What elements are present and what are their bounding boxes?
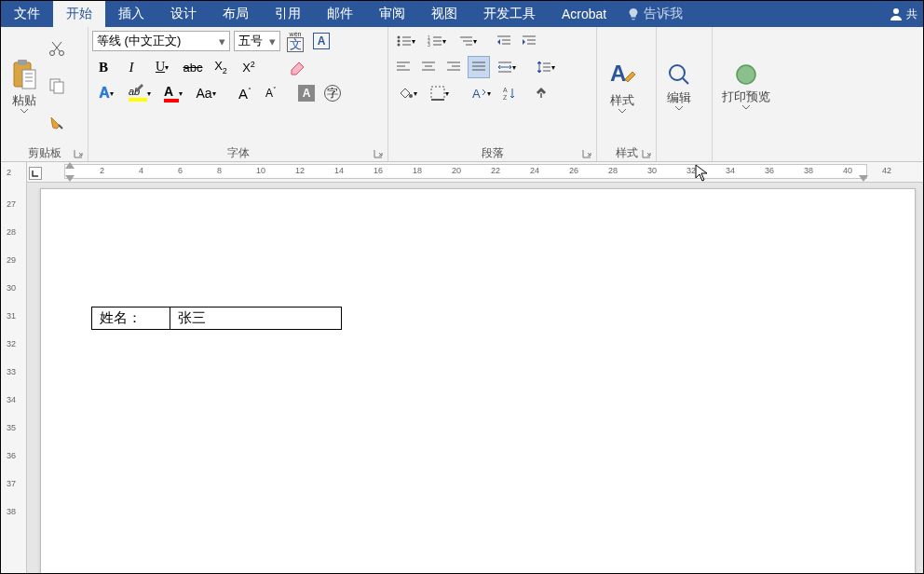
distributed-icon: [497, 61, 512, 74]
tab-insert[interactable]: 插入: [105, 1, 157, 27]
font-launcher[interactable]: [372, 147, 385, 160]
tab-review[interactable]: 审阅: [366, 1, 418, 27]
table-row[interactable]: 姓名： 张三: [92, 308, 342, 330]
numbering-button[interactable]: 123▾: [423, 30, 451, 52]
italic-button[interactable]: I: [120, 56, 143, 78]
vruler-tick: 27: [7, 199, 16, 209]
clear-formatting-button[interactable]: [286, 56, 308, 78]
group-editing: 编辑: [657, 27, 713, 161]
hruler-tick: 10: [256, 166, 265, 175]
clipboard-launcher[interactable]: [72, 147, 85, 160]
tab-home[interactable]: 开始: [53, 1, 105, 27]
font-color-button[interactable]: A▾: [159, 82, 187, 104]
multilevel-list-button[interactable]: ▾: [454, 30, 482, 52]
increase-indent-button[interactable]: [518, 30, 540, 52]
bold-button[interactable]: B: [92, 56, 115, 78]
tab-selector[interactable]: [29, 167, 42, 180]
document-table[interactable]: 姓名： 张三: [91, 307, 342, 330]
tab-acrobat[interactable]: Acrobat: [549, 1, 619, 27]
hruler-tick: 36: [765, 166, 774, 175]
cut-button[interactable]: [46, 37, 68, 60]
font-name-combo[interactable]: 等线 (中文正文)▾: [92, 31, 230, 51]
hruler-tick: 20: [452, 166, 461, 175]
asian-layout-button[interactable]: A▾: [466, 82, 496, 104]
person-icon: [889, 7, 904, 21]
distributed-button[interactable]: ▾: [493, 56, 521, 78]
superscript-button[interactable]: X2: [238, 56, 260, 78]
first-line-indent-marker[interactable]: [65, 162, 75, 169]
hruler-tick: 18: [413, 166, 422, 175]
paste-button[interactable]: 粘贴: [5, 30, 44, 142]
eraser-icon: [288, 59, 306, 75]
hruler-tick: 22: [491, 166, 500, 175]
bullets-icon: [397, 34, 412, 48]
styles-launcher[interactable]: [640, 147, 653, 160]
vertical-ruler[interactable]: 2 27 28 29 30 31 32 33 34 35 36 37 38: [1, 162, 27, 574]
shrink-font-button[interactable]: A˅: [260, 82, 282, 104]
editing-button[interactable]: 编辑: [660, 30, 698, 142]
justify-button[interactable]: [468, 56, 490, 78]
group-label-font: 字体: [227, 145, 250, 161]
hruler-tick: 40: [843, 166, 852, 175]
group-print-preview: 打印预览: [713, 27, 787, 161]
align-left-button[interactable]: [392, 56, 414, 78]
svg-point-8: [60, 51, 64, 56]
svg-point-51: [409, 94, 413, 98]
underline-button[interactable]: U▾: [148, 56, 176, 78]
tab-design[interactable]: 设计: [157, 1, 210, 27]
svg-text:A: A: [472, 87, 481, 101]
table-cell-value[interactable]: 张三: [170, 308, 342, 330]
chevron-down-icon: [618, 109, 626, 114]
hruler-tick: 12: [295, 166, 305, 175]
launcher-icon: [642, 149, 651, 158]
tab-developer[interactable]: 开发工具: [470, 1, 549, 27]
share-button[interactable]: 共: [883, 1, 923, 27]
line-spacing-button[interactable]: ▾: [532, 56, 560, 78]
subscript-button[interactable]: X2: [210, 56, 232, 78]
format-painter-button[interactable]: [46, 112, 68, 134]
table-cell-label[interactable]: 姓名：: [92, 308, 170, 330]
hanging-indent-marker[interactable]: [65, 175, 75, 182]
sort-button[interactable]: AZ: [498, 82, 521, 104]
tab-references[interactable]: 引用: [262, 1, 314, 27]
decrease-indent-button[interactable]: [493, 30, 515, 52]
tell-me-search[interactable]: 告诉我: [619, 1, 690, 27]
print-preview-button[interactable]: 打印预览: [716, 30, 776, 142]
text-effects-button[interactable]: A▾: [92, 82, 120, 104]
strikethrough-button[interactable]: abc: [182, 56, 204, 78]
svg-text:A: A: [503, 87, 508, 93]
right-indent-marker[interactable]: [859, 175, 868, 182]
phonetic-guide-button[interactable]: wén文: [282, 30, 308, 52]
tab-view[interactable]: 视图: [418, 1, 470, 27]
styles-button[interactable]: A 样式: [601, 30, 644, 142]
bullets-button[interactable]: ▾: [392, 30, 420, 52]
tab-layout[interactable]: 布局: [210, 1, 262, 27]
tab-mailings[interactable]: 邮件: [314, 1, 366, 27]
group-font: 等线 (中文正文)▾ 五号▾ wén文 A B I U▾ abc X2 X2 A…: [88, 27, 388, 161]
vruler-tick: 36: [7, 451, 16, 460]
borders-button[interactable]: ▾: [425, 82, 455, 104]
copy-button[interactable]: [46, 75, 68, 97]
change-case-button[interactable]: Aa▾: [191, 82, 221, 104]
shading-button[interactable]: ▾: [392, 82, 422, 104]
launcher-icon: [582, 149, 591, 158]
horizontal-ruler[interactable]: 2 4 6 8 10 12 14 16 18 20 22 24 26 28 30…: [27, 162, 923, 183]
grow-font-button[interactable]: A˄: [234, 82, 256, 104]
character-shading-button[interactable]: A: [295, 82, 318, 104]
tab-file[interactable]: 文件: [1, 1, 53, 27]
character-border-button[interactable]: A: [310, 30, 333, 52]
vruler-tick: 35: [7, 423, 16, 432]
enclose-characters-button[interactable]: 字: [321, 82, 344, 104]
highlight-button[interactable]: ab▾: [124, 82, 156, 104]
align-right-button[interactable]: [442, 56, 465, 78]
font-size-combo[interactable]: 五号▾: [234, 31, 280, 51]
svg-text:A: A: [610, 61, 626, 86]
page[interactable]: 姓名： 张三: [40, 188, 916, 574]
vruler-tick: 33: [7, 367, 16, 376]
paragraph-launcher[interactable]: [580, 147, 593, 160]
hruler-tick: 28: [608, 166, 618, 175]
show-marks-button[interactable]: [530, 82, 552, 104]
hruler-tick: 34: [726, 166, 735, 175]
align-center-button[interactable]: [417, 56, 440, 78]
document-area[interactable]: 姓名： 张三: [27, 183, 923, 574]
